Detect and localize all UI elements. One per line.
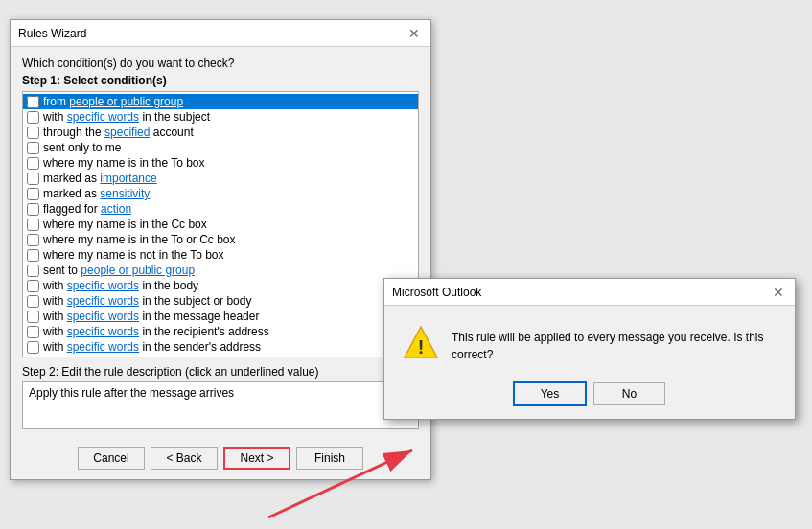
- condition-checkbox[interactable]: [27, 96, 39, 108]
- condition-item[interactable]: sent only to me: [23, 140, 418, 155]
- condition-item[interactable]: where my name is in the To or Cc box: [23, 232, 418, 247]
- specific-words-link2[interactable]: specific words: [67, 279, 139, 292]
- condition-item[interactable]: flagged for action: [23, 201, 418, 217]
- condition-item[interactable]: marked as importance: [23, 171, 418, 186]
- outlook-dialog-title: Microsoft Outlook: [392, 286, 481, 299]
- condition-checkbox[interactable]: [27, 356, 39, 357]
- condition-item[interactable]: with specific words in the message heade…: [23, 309, 418, 324]
- condition-item[interactable]: with specific words in the body: [23, 278, 418, 293]
- wizard-question: Which condition(s) do you want to check?: [22, 57, 419, 70]
- condition-item[interactable]: with specific words in the recipient's a…: [23, 324, 418, 339]
- finish-button[interactable]: Finish: [296, 447, 363, 470]
- rule-description-text: Apply this rule after the message arrive…: [29, 386, 234, 400]
- condition-item[interactable]: where my name is in the Cc box: [23, 217, 418, 232]
- specific-words-link3[interactable]: specific words: [67, 294, 139, 308]
- action-link[interactable]: action: [101, 202, 131, 216]
- condition-checkbox[interactable]: [27, 341, 39, 354]
- condition-item[interactable]: from people or public group: [23, 94, 418, 109]
- condition-item[interactable]: through the specified account: [23, 125, 418, 140]
- condition-item[interactable]: sent to people or public group: [23, 263, 418, 278]
- warning-icon: !: [404, 325, 438, 359]
- condition-checkbox[interactable]: [27, 280, 39, 292]
- outlook-close-button[interactable]: ✕: [770, 284, 787, 301]
- condition-item[interactable]: with specific words in the subject or bo…: [23, 293, 418, 309]
- condition-checkbox[interactable]: [27, 326, 39, 338]
- condition-checkbox[interactable]: [27, 111, 39, 124]
- condition-checkbox[interactable]: [27, 310, 39, 323]
- condition-item[interactable]: where my name is in the To box: [23, 155, 418, 171]
- step2-label: Step 2: Edit the rule description (click…: [22, 365, 419, 379]
- outlook-footer: Yes No: [384, 377, 795, 419]
- rules-wizard-title: Rules Wizard: [18, 27, 86, 40]
- condition-checkbox[interactable]: [27, 234, 39, 246]
- back-button[interactable]: < Back: [151, 447, 218, 470]
- svg-text:!: !: [418, 336, 425, 357]
- rules-wizard-body: Which condition(s) do you want to check?…: [11, 47, 430, 439]
- yes-button[interactable]: Yes: [514, 382, 586, 405]
- condition-checkbox[interactable]: [27, 218, 39, 231]
- specific-words-link5[interactable]: specific words: [67, 325, 139, 338]
- condition-checkbox[interactable]: [27, 126, 39, 139]
- condition-item[interactable]: with specific words in the subject: [23, 109, 418, 125]
- step2-section: Step 2: Edit the rule description (click…: [22, 365, 419, 429]
- condition-checkbox[interactable]: [27, 142, 39, 154]
- specific-words-link[interactable]: specific words: [67, 110, 139, 124]
- importance-link[interactable]: importance: [100, 172, 156, 185]
- people-or-public-group-link[interactable]: people or public group: [69, 95, 183, 108]
- conditions-list-container: from people or public group with specifi…: [22, 91, 419, 357]
- condition-checkbox[interactable]: [27, 172, 39, 185]
- outlook-dialog: Microsoft Outlook ✕ ! This rule will be …: [383, 278, 796, 420]
- condition-item[interactable]: marked as sensitivity: [23, 186, 418, 201]
- specific-words-link4[interactable]: specific words: [67, 310, 139, 323]
- condition-checkbox[interactable]: [27, 157, 39, 170]
- condition-checkbox[interactable]: [27, 295, 39, 308]
- outlook-titlebar: Microsoft Outlook ✕: [384, 279, 795, 306]
- condition-checkbox[interactable]: [27, 264, 39, 277]
- outlook-message: This rule will be applied to every messa…: [452, 325, 776, 363]
- step1-label: Step 1: Select condition(s): [22, 74, 419, 87]
- condition-item[interactable]: where my name is not in the To box: [23, 247, 418, 263]
- condition-checkbox[interactable]: [27, 249, 39, 262]
- rules-wizard-dialog: Rules Wizard ✕ Which condition(s) do you…: [10, 19, 431, 480]
- wizard-footer: Cancel < Back Next > Finish: [11, 439, 430, 479]
- condition-checkbox[interactable]: [27, 203, 39, 216]
- category-link[interactable]: category: [105, 356, 150, 356]
- rules-wizard-close-button[interactable]: ✕: [406, 25, 423, 42]
- rules-wizard-titlebar: Rules Wizard ✕: [11, 20, 430, 47]
- sensitivity-link[interactable]: sensitivity: [100, 187, 150, 200]
- condition-item[interactable]: assigned to category category: [23, 355, 418, 356]
- condition-checkbox[interactable]: [27, 188, 39, 200]
- people-or-public-group-link2[interactable]: people or public group: [81, 264, 195, 277]
- specified-link[interactable]: specified: [104, 126, 150, 139]
- next-button[interactable]: Next >: [223, 447, 290, 470]
- conditions-list: from people or public group with specifi…: [23, 92, 418, 356]
- outlook-body: ! This rule will be applied to every mes…: [384, 306, 795, 377]
- no-button[interactable]: No: [593, 382, 665, 405]
- rule-description: Apply this rule after the message arrive…: [22, 381, 419, 429]
- specific-words-link6[interactable]: specific words: [67, 340, 139, 354]
- cancel-button[interactable]: Cancel: [78, 447, 145, 470]
- condition-item[interactable]: with specific words in the sender's addr…: [23, 339, 418, 355]
